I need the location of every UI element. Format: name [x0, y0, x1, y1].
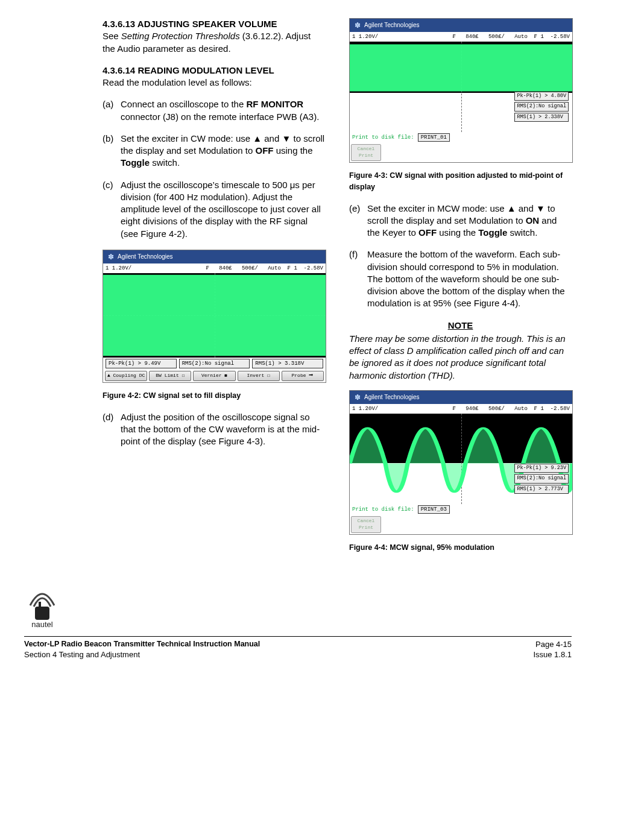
hdr-right: ₣ 940₤ 500₤/ Auto ₣ 1 -2.58V [453, 405, 570, 412]
issue-label: Issue 1.8.1 [533, 649, 572, 660]
t: switch. [507, 227, 537, 238]
scope-title: ✽Agilent Technologies [350, 391, 572, 404]
footer-title: Vector-LP Radio Beacon Transmitter Techn… [24, 639, 260, 650]
bold: Toggle [121, 157, 150, 168]
softkey-vernier[interactable]: Vernier ■ [193, 371, 235, 381]
page-number: Page 4-15 [535, 639, 572, 650]
scope-plot: Pk-Pk(1) > 9.23V RMS(2):No signal RMS(1)… [350, 414, 572, 504]
para-read-mod: Read the modulation level as follows: [103, 77, 325, 89]
marker: (a) [103, 98, 121, 123]
marker: (c) [103, 179, 121, 240]
bold: OFF [255, 145, 273, 156]
figure-4-2-scope: ✽Agilent Technologies 1 1.20V/ ₣ 840₤ 50… [103, 250, 326, 383]
footer: nautel Vector-LP Radio Beacon Transmitte… [24, 587, 572, 660]
cancel-print-button[interactable]: Cancel Print [351, 516, 381, 533]
heading-4-3-6-13: 4.3.6.13 ADJUSTING SPEAKER VOLUME [103, 18, 325, 30]
scope-header: 1 1.20V/ ₣ 940₤ 500₤/ Auto ₣ 1 -2.58V [350, 404, 572, 414]
print-row: Print to disk file: PRINT_01 [350, 132, 572, 143]
hdr-left: 1 1.20V/ [352, 33, 453, 40]
bold: OFF [418, 227, 437, 238]
spark-icon: ✽ [355, 393, 361, 402]
brand: Agilent Technologies [364, 393, 420, 402]
figure-4-2-caption: Figure 4-2: CW signal set to fill displa… [103, 390, 325, 402]
marker: (f) [349, 248, 367, 309]
scope-title: ✽Agilent Technologies [350, 19, 572, 32]
spark-icon: ✽ [355, 21, 361, 30]
figure-4-4-scope: ✽Agilent Technologies 1 1.20V/ ₣ 940₤ 50… [349, 390, 573, 535]
softkey-row: ▲ Coupling DC BW Limit ☐ Vernier ■ Inver… [103, 370, 326, 382]
readout-rms2: RMS(2):No signal [514, 474, 569, 483]
scope-title: ✽Agilent Technologies [103, 250, 326, 263]
list-item-e: (e) Set the exciter in MCW mode: use ▲ a… [349, 203, 572, 239]
readout-row: Pk-Pk(1) > 9.49V RMS(2):No signal RMS(1)… [103, 358, 326, 370]
nautel-logo: nautel [24, 587, 60, 631]
list-item-f: (f) Measure the bottom of the waveform. … [349, 248, 572, 309]
logo-text: nautel [31, 620, 53, 628]
figure-4-3-scope: ✽Agilent Technologies 1 1.20V/ ₣ 840₤ 50… [349, 18, 573, 163]
list-item-b: (b) Set the exciter in CW mode: use ▲ an… [103, 133, 325, 169]
print-label: Print to disk file: [352, 134, 414, 141]
svg-rect-3 [39, 602, 41, 608]
two-column-layout: 4.3.6.13 ADJUSTING SPEAKER VOLUME See Se… [24, 18, 572, 563]
heading-4-3-6-14: 4.3.6.14 READING MODULATION LEVEL [103, 65, 325, 77]
t: Connect an oscilloscope to the [121, 99, 246, 109]
hdr-right: ₣ 840₤ 500₤/ Auto ₣ 1 -2.58V [453, 33, 570, 40]
t: using the [273, 145, 312, 156]
hdr-left: 1 1.20V/ [352, 405, 453, 412]
note-heading: NOTE [349, 320, 572, 332]
text: Set the exciter in MCW mode: use ▲ and ▼… [367, 203, 572, 239]
para-speaker-volume: See Setting Protection Thresholds (3.6.1… [103, 30, 325, 55]
readout-pkpk: Pk-Pk(1) > 4.80V [514, 92, 569, 101]
svg-rect-2 [35, 607, 49, 620]
scope-plot: Pk-Pk(1) > 4.80V RMS(2):No signal RMS(1)… [350, 42, 572, 132]
bold: Toggle [478, 227, 507, 238]
print-file: PRINT_01 [418, 133, 450, 142]
list-item-a: (a) Connect an oscilloscope to the RF MO… [103, 98, 325, 123]
print-row: Print to disk file: PRINT_03 [350, 504, 572, 515]
t: using the [437, 227, 478, 238]
list-item-d: (d) Adjust the position of the oscillosc… [103, 411, 325, 448]
hdr-left: 1 1.20V/ [106, 265, 206, 272]
marker: (e) [349, 203, 367, 239]
marker: (d) [103, 411, 121, 448]
footer-line-2: Section 4 Testing and Adjustment Issue 1… [24, 649, 572, 660]
figure-4-4-caption: Figure 4-4: MCW signal, 95% modulation [349, 542, 572, 554]
scope-header: 1 1.20V/ ₣ 840₤ 500₤/ Auto ₣ 1 -2.58V [103, 263, 326, 273]
list-item-c: (c) Adjust the oscilloscope’s timescale … [103, 179, 325, 240]
spark-icon: ✽ [108, 252, 114, 262]
text: Adjust the oscilloscope’s timescale to 5… [121, 179, 325, 240]
readout-pkpk: Pk-Pk(1) > 9.23V [514, 464, 569, 473]
hdr-right: ₣ 840₤ 500₤/ Auto ₣ 1 -2.58V [206, 265, 323, 272]
print-label: Print to disk file: [352, 506, 414, 513]
logo-icon: nautel [24, 587, 60, 628]
readout-pkpk: Pk-Pk(1) > 9.49V [106, 359, 177, 368]
readout-rms1: RMS(1) > 2.338V [514, 113, 569, 122]
text: Set the exciter in CW mode: use ▲ and ▼ … [121, 133, 325, 169]
bold: RF MONITOR [246, 99, 303, 109]
brand: Agilent Technologies [364, 21, 420, 30]
softkey-probe[interactable]: Probe ⮕ [282, 371, 324, 381]
readout-stack: Pk-Pk(1) > 4.80V RMS(2):No signal RMS(1)… [514, 92, 569, 122]
right-column: ✽Agilent Technologies 1 1.20V/ ₣ 840₤ 50… [349, 18, 572, 563]
text: Adjust the position of the oscilloscope … [121, 411, 325, 448]
t: switch. [150, 157, 180, 168]
softkey-invert[interactable]: Invert ☐ [238, 371, 280, 381]
text: See [103, 31, 121, 41]
print-file: PRINT_03 [418, 505, 450, 514]
readout-stack: Pk-Pk(1) > 9.23V RMS(2):No signal RMS(1)… [514, 464, 569, 494]
softkey-coupling[interactable]: ▲ Coupling DC [105, 371, 147, 381]
t: connector (J8) on the remote interface P… [121, 112, 319, 122]
footer-line-1: Vector-LP Radio Beacon Transmitter Techn… [24, 639, 572, 650]
note-body: There may be some distortion in the trou… [349, 333, 572, 382]
waveform-icon [103, 273, 326, 358]
readout-rms1: RMS(1) > 2.773V [514, 485, 569, 494]
readout-rms2: RMS(2):No signal [179, 359, 250, 368]
ref-italic: Setting Protection Thresholds [121, 31, 240, 41]
bold: ON [526, 215, 540, 226]
scope-plot [103, 273, 326, 358]
softkey-bwlimit[interactable]: BW Limit ☐ [149, 371, 191, 381]
svg-rect-1 [350, 45, 572, 92]
cancel-print-button[interactable]: Cancel Print [351, 144, 381, 161]
text: Connect an oscilloscope to the RF MONITO… [121, 98, 325, 123]
readout-rms2: RMS(2):No signal [514, 102, 569, 111]
